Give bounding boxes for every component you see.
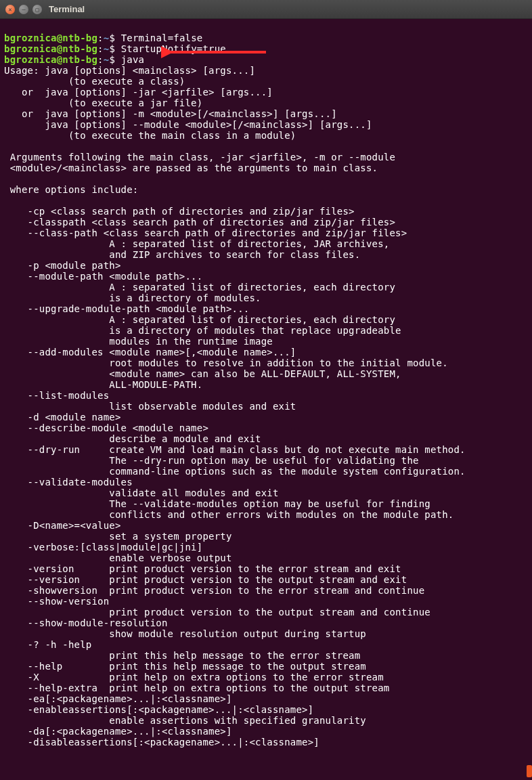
prompt-colon: : [97,43,104,54]
prompt-colon: : [97,32,104,43]
output-line: --validate-modules [4,477,133,488]
output-line: is a directory of modules. [4,292,261,303]
command-text: StartupNotify=true [121,43,226,54]
output-line: and ZIP archives to search for class fil… [4,249,360,260]
minimize-icon[interactable]: – [19,5,28,14]
output-line: (to execute a class) [4,76,185,87]
output-line: print this help message to the error str… [4,650,360,661]
output-line: -ea[:<packagename>...|:<classname>] [4,693,232,704]
output-line: root modules to resolve in addition to t… [4,358,448,368]
prompt-user: bgroznica [4,54,57,65]
prompt-line: bgroznica@ntb-bg:~$ StartupNotify=true [4,43,226,54]
output-line: -enableassertions[:<packagename>...|:<cl… [4,704,313,715]
output-line: enable assertions with specified granula… [4,715,366,726]
output-line: --help print this help message to the ou… [4,661,366,672]
close-icon[interactable]: ✕ [5,5,15,14]
prompt-host: ntb-bg [62,32,97,43]
output-line: -classpath <class search path of directo… [4,217,395,228]
output-line: -D<name>=<value> [4,520,121,531]
output-line: conflicts and other errors with modules … [4,509,453,520]
output-line: --dry-run create VM and load main class … [4,444,466,455]
output-line: -d <module name> [4,412,121,422]
prompt-dollar: $ [109,32,115,43]
window-title: Terminal [49,4,85,14]
prompt-user: bgroznica [4,43,57,54]
output-line: A : separated list of directories, each … [4,282,395,292]
output-line: -verbose:[class|module|gc|jni] [4,542,202,552]
prompt-line: bgroznica@ntb-bg:~$ Terminal=false [4,32,202,43]
titlebar: ✕ – ▢ Terminal [0,0,532,19]
maximize-icon[interactable]: ▢ [32,5,42,14]
output-line: --version print product version to the o… [4,574,407,585]
prompt-dollar: $ [109,43,115,54]
output-line: -showversion print product version to th… [4,585,424,596]
output-line: (to execute the main class in a module) [4,130,296,141]
prompt-user: bgroznica [4,32,57,43]
output-line: show module resolution output during sta… [4,628,366,639]
output-line: -disableassertions[:<packagename>...|:<c… [4,737,319,748]
prompt-host: ntb-bg [62,43,97,54]
prompt-colon: : [97,54,104,65]
terminal-body[interactable]: bgroznica@ntb-bg:~$ Terminal=false bgroz… [0,19,532,750]
output-line: set a system property [4,531,232,542]
output-line: --add-modules <module name>[,<module nam… [4,347,296,358]
output-line: -X print help on extra options to the er… [4,672,384,682]
output-line: --module-path <module path>... [4,271,202,282]
output-line: is a directory of modules that replace u… [4,325,401,336]
output-line: command-line options such as the module … [4,466,466,477]
output-line: -version print product version to the er… [4,563,401,574]
output-line: --help-extra print help on extra options… [4,682,390,693]
output-line: Arguments following the main class, -jar… [4,152,395,162]
output-line: --class-path <class search path of direc… [4,228,407,238]
command-text: Terminal=false [121,32,203,43]
prompt-line: bgroznica@ntb-bg:~$ java [4,54,144,65]
output-line: -da[:<packagename>...|:<classname>] [4,726,232,737]
output-line: The --validate-modules option may be use… [4,498,430,509]
output-line: validate all modules and exit [4,488,279,498]
output-line: Usage: java [options] <mainclass> [args.… [4,65,255,76]
output-line: --upgrade-module-path <module path>... [4,303,249,314]
output-line: --show-module-resolution [4,618,168,628]
window-controls: ✕ – ▢ [5,5,42,14]
output-line: -? -h -help [4,639,91,650]
output-line: --list-modules [4,390,109,401]
output-line: or java [options] -jar <jarfile> [args..… [4,87,273,98]
scrollbar-thumb[interactable] [527,765,532,777]
output-line: A : separated list of directories, JAR a… [4,238,390,249]
output-line: A : separated list of directories, each … [4,314,395,325]
output-line: --show-version [4,596,109,607]
output-line: where options include: [4,184,138,195]
output-line: -p <module path> [4,260,121,271]
output-line: The --dry-run option may be useful for v… [4,455,419,466]
output-line: describe a module and exit [4,433,261,444]
output-line: modules in the runtime image [4,336,273,347]
output-line: enable verbose output [4,552,232,563]
output-line: <module>/<mainclass> are passed as the a… [4,162,378,173]
output-line: <module name> can also be ALL-DEFAULT, A… [4,368,401,379]
output-line: (to execute a jar file) [4,98,202,108]
command-text: java [121,54,145,65]
output-line: print product version to the output stre… [4,607,430,618]
prompt-dollar: $ [109,54,115,65]
prompt-host: ntb-bg [62,54,97,65]
output-line: list observable modules and exit [4,401,296,412]
output-line: ALL-MODULE-PATH. [4,379,202,390]
output-line: java [options] --module <module>[/<mainc… [4,119,372,130]
output-line: -cp <class search path of directories an… [4,206,355,217]
output-line: or java [options] -m <module>[/<mainclas… [4,108,337,119]
output-line: --describe-module <module name> [4,422,208,433]
